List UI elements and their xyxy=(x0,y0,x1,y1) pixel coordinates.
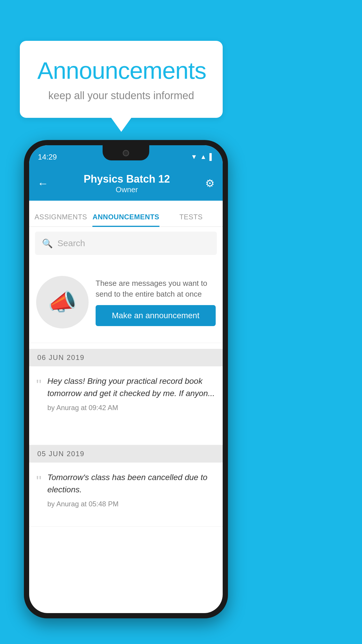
intro-section: 📣 These are messages you want to send to… xyxy=(29,261,223,343)
speech-bubble: Announcements keep all your students inf… xyxy=(20,41,223,118)
notch xyxy=(103,145,149,160)
announcement-item-1[interactable]: " Hey class! Bring your practical record… xyxy=(29,366,223,445)
announcement-text-2: Tomorrow's class has been cancelled due … xyxy=(47,471,216,496)
back-button[interactable]: ← xyxy=(37,177,48,190)
search-icon: 🔍 xyxy=(42,238,53,249)
tab-announcements[interactable]: ANNOUNCEMENTS xyxy=(92,213,159,226)
announcement-content-2: Tomorrow's class has been cancelled due … xyxy=(47,471,216,518)
header-subtitle: Owner xyxy=(84,185,170,194)
phone-outer: 14:29 ▼ ▲ ▌ ← Physics Batch 12 Owner ⚙ xyxy=(24,140,228,618)
front-camera xyxy=(123,150,129,156)
tabs-bar: ASSIGNMENTS ANNOUNCEMENTS TESTS xyxy=(29,201,223,227)
tab-assignments[interactable]: ASSIGNMENTS xyxy=(29,213,92,226)
quote-icon-2: " xyxy=(36,471,41,518)
intro-description: These are messages you want to send to t… xyxy=(96,278,216,299)
bubble-subtitle: keep all your students informed xyxy=(37,90,205,102)
date-divider-1: 06 JUN 2019 xyxy=(29,349,223,366)
speech-bubble-container: Announcements keep all your students inf… xyxy=(20,41,223,118)
announcement-author-1: by Anurag at 09:42 AM xyxy=(47,404,216,412)
status-time: 14:29 xyxy=(38,150,57,162)
make-announcement-button[interactable]: Make an announcement xyxy=(96,305,216,326)
search-bar[interactable]: 🔍 Search xyxy=(35,232,217,255)
announcement-author-2: by Anurag at 05:48 PM xyxy=(47,500,216,508)
announcement-content-1: Hey class! Bring your practical record b… xyxy=(47,375,216,436)
signal-icon: ▲ xyxy=(200,153,207,161)
wifi-icon: ▼ xyxy=(191,153,197,161)
phone-screen: 14:29 ▼ ▲ ▌ ← Physics Batch 12 Owner ⚙ xyxy=(29,145,223,613)
announcement-item-2[interactable]: " Tomorrow's class has been cancelled du… xyxy=(29,463,223,527)
announcement-text-1: Hey class! Bring your practical record b… xyxy=(47,375,216,400)
app-header: ← Physics Batch 12 Owner ⚙ xyxy=(29,166,223,201)
date-text-2: 05 JUN 2019 xyxy=(37,450,85,458)
search-placeholder: Search xyxy=(57,238,85,248)
date-text-1: 06 JUN 2019 xyxy=(37,354,85,362)
intro-right: These are messages you want to send to t… xyxy=(96,278,216,326)
quote-icon-1: " xyxy=(36,375,41,436)
megaphone-circle: 📣 xyxy=(36,276,89,328)
status-icons: ▼ ▲ ▌ xyxy=(191,151,214,161)
bubble-title: Announcements xyxy=(37,57,205,84)
date-divider-2: 05 JUN 2019 xyxy=(29,445,223,463)
phone-mockup: 14:29 ▼ ▲ ▌ ← Physics Batch 12 Owner ⚙ xyxy=(24,140,228,618)
battery-icon: ▌ xyxy=(209,153,214,161)
header-title: Physics Batch 12 xyxy=(84,173,170,185)
header-center: Physics Batch 12 Owner xyxy=(84,173,170,194)
tab-tests[interactable]: TESTS xyxy=(159,213,223,226)
settings-button[interactable]: ⚙ xyxy=(205,177,215,190)
megaphone-icon: 📣 xyxy=(48,288,77,316)
